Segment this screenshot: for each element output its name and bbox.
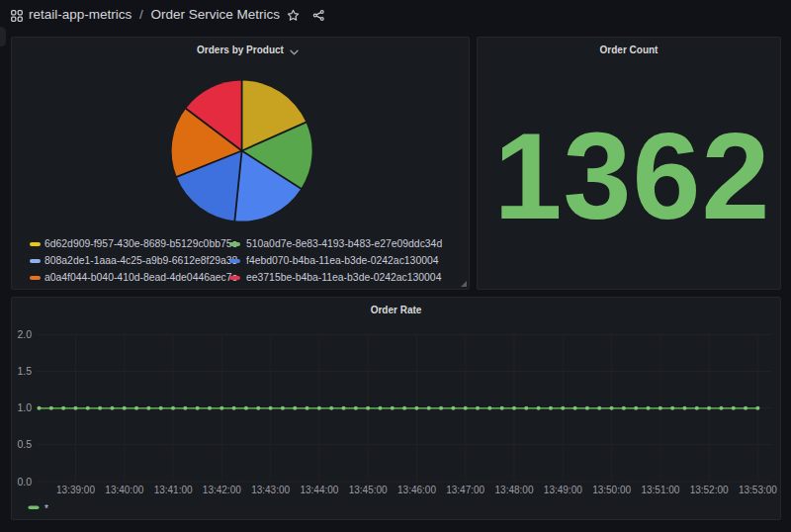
- svg-text:1.5: 1.5: [17, 365, 32, 377]
- svg-text:13:49:00: 13:49:00: [544, 485, 582, 495]
- svg-text:13:45:00: 13:45:00: [349, 485, 388, 495]
- svg-text:13:39:00: 13:39:00: [56, 485, 95, 495]
- svg-text:*: *: [44, 503, 48, 514]
- svg-text:13:41:00: 13:41:00: [154, 485, 193, 495]
- svg-text:1.0: 1.0: [17, 401, 32, 413]
- svg-text:13:44:00: 13:44:00: [300, 485, 338, 495]
- svg-text:13:42:00: 13:42:00: [203, 485, 241, 495]
- svg-text:13:52:00: 13:52:00: [690, 485, 729, 495]
- svg-text:13:51:00: 13:51:00: [641, 485, 679, 495]
- svg-text:13:43:00: 13:43:00: [251, 485, 290, 495]
- svg-text:13:47:00: 13:47:00: [446, 485, 484, 495]
- svg-text:13:46:00: 13:46:00: [397, 485, 436, 495]
- svg-text:13:48:00: 13:48:00: [495, 485, 534, 495]
- svg-text:0.5: 0.5: [17, 438, 32, 450]
- svg-text:2.0: 2.0: [17, 328, 32, 340]
- svg-text:13:53:00: 13:53:00: [739, 485, 777, 495]
- svg-text:13:50:00: 13:50:00: [592, 485, 631, 495]
- svg-text:0.0: 0.0: [17, 476, 32, 488]
- svg-text:13:40:00: 13:40:00: [105, 485, 143, 495]
